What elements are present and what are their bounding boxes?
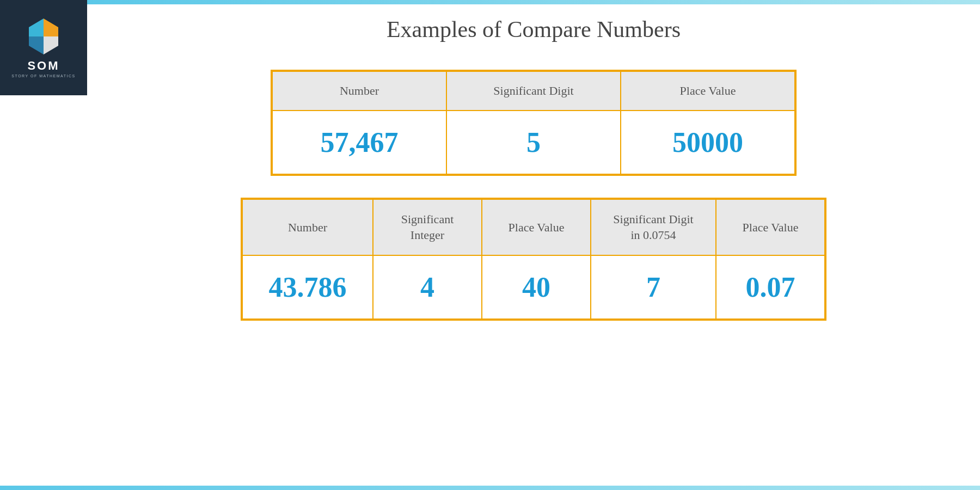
table2-cell-placevalue1: 40 — [482, 255, 591, 319]
table2-cell-sigdigit0754: 7 — [591, 255, 716, 319]
bottom-stripe — [0, 486, 980, 490]
table1-cell-placevalue: 50000 — [621, 111, 795, 174]
table1-data-row: 57,467 5 50000 — [272, 111, 795, 174]
table1: Number Significant Digit Place Value 57,… — [272, 71, 795, 175]
table2-data-row: 43.786 4 40 7 0.07 — [242, 255, 825, 319]
main-content: Examples of Compare Numbers Number Signi… — [87, 0, 980, 490]
svg-marker-1 — [29, 19, 44, 36]
table2-header-sigdigit0754: Significant Digitin 0.0754 — [591, 199, 716, 255]
page-title: Examples of Compare Numbers — [387, 16, 681, 42]
logo-brand: SOM — [27, 60, 59, 72]
table2-header-row: Number SignificantInteger Place Value Si… — [242, 199, 825, 255]
table2-header-placevalue2: Place Value — [716, 199, 825, 255]
table2-cell-number: 43.786 — [242, 255, 373, 319]
som-logo-icon — [24, 17, 63, 56]
table2-header-placevalue1: Place Value — [482, 199, 591, 255]
table1-container: Number Significant Digit Place Value 57,… — [271, 70, 797, 176]
table2-cell-placevalue2: 0.07 — [716, 255, 825, 319]
table2: Number SignificantInteger Place Value Si… — [242, 199, 825, 320]
table1-header-sigdigit: Significant Digit — [446, 71, 621, 111]
svg-marker-4 — [44, 36, 58, 54]
svg-marker-2 — [44, 19, 58, 36]
table2-header-siginteger: SignificantInteger — [373, 199, 482, 255]
table2-cell-siginteger: 4 — [373, 255, 482, 319]
table1-cell-number: 57,467 — [272, 111, 446, 174]
logo-sidebar: SOM STORY OF MATHEMATICS — [0, 0, 87, 95]
logo-subtitle: STORY OF MATHEMATICS — [11, 74, 75, 78]
svg-marker-3 — [29, 36, 44, 54]
table2-header-number: Number — [242, 199, 373, 255]
table1-header-number: Number — [272, 71, 446, 111]
table1-cell-sigdigit: 5 — [446, 111, 621, 174]
table2-container: Number SignificantInteger Place Value Si… — [241, 198, 826, 321]
table1-header-row: Number Significant Digit Place Value — [272, 71, 795, 111]
table1-header-placevalue: Place Value — [621, 71, 795, 111]
